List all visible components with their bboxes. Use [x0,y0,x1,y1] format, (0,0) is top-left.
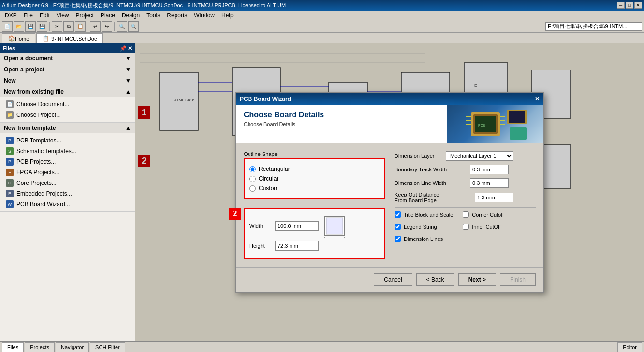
tab-home-label: Home [15,36,29,42]
minimize-button[interactable]: ─ [617,2,625,9]
finish-button[interactable]: Finish [500,273,536,286]
dialog-header-image: PCB [447,105,543,143]
toolbar-redo[interactable]: ↪ [102,21,112,32]
dimension-lines-input[interactable] [395,236,401,242]
next-button[interactable]: Next > [458,273,496,286]
radio-rectangular-input[interactable] [249,166,256,172]
menu-view[interactable]: View [54,11,72,20]
sidebar-pcb-board-wizard[interactable]: W PCB Board Wizard... [4,199,131,210]
dim-layer-select[interactable]: Mechanical Layer 1 Mechanical Layer 2 [446,151,513,161]
radio-circular-input[interactable] [249,176,256,182]
sidebar-choose-project-label: Choose Project... [16,112,61,118]
menu-design[interactable]: Design [119,11,143,20]
toolbar-cut[interactable]: ✂ [52,21,62,32]
sidebar-choose-project[interactable]: 📁 Choose Project... [4,110,131,120]
sidebar-embedded-projects-label: Embedded Projects... [16,190,72,197]
menu-place[interactable]: Place [98,11,118,20]
keepout-row: Keep Out DistanceFrom Board Edge [395,192,536,203]
tab-schematic[interactable]: 📋 9-INTMCU.SchDoc [36,33,103,43]
sidebar-open-doc-header[interactable]: Open a document ▼ [0,53,135,64]
sidebar-pcb-templates[interactable]: P PCB Templates... [4,135,131,146]
toolbar-open[interactable]: 📂 [14,21,24,32]
keepout-input[interactable] [475,193,513,202]
sidebar-pcb-projects-label: PCB Projects... [16,158,56,165]
menu-window[interactable]: Window [191,11,218,20]
cancel-button[interactable]: Cancel [374,273,412,286]
toolbar-new[interactable]: 📄 [2,21,13,32]
radio-custom-input[interactable] [249,185,256,192]
menu-dxp[interactable]: DXP [2,11,20,20]
sidebar-new-template-label: New from template [4,125,56,131]
toolbar-sep1 [49,22,50,31]
checkbox-col-left: Title Block and Scale Legend String Dime… [395,211,453,245]
radio-circular[interactable]: Circular [249,174,379,183]
toolbar-save[interactable]: 💾 [25,21,36,32]
doc-icon: 📄 [6,100,14,108]
sidebar-close[interactable]: ✕ [128,45,132,52]
toolbar-zoom-out[interactable]: 🔍 [128,21,139,32]
sidebar-title: Files [3,45,15,51]
sidebar-new-header[interactable]: New ▼ [0,75,135,86]
height-label: Height [249,243,271,249]
bottom-tab-navigator[interactable]: Navigator [56,342,89,352]
sidebar-core-projects[interactable]: C Core Projects... [4,178,131,188]
dialog-right-panel: Dimension Layer Mechanical Layer 1 Mecha… [395,151,536,259]
width-label: Width [249,223,271,229]
dim-line-input[interactable] [470,178,509,188]
sidebar-open-proj-header[interactable]: Open a project ▼ [0,64,135,75]
width-input[interactable] [275,221,319,231]
dialog-content: Outline Shape: Rectangular Circular [236,143,543,267]
radio-rectangular[interactable]: Rectangular [249,164,379,174]
menu-reports[interactable]: Reports [164,11,190,20]
back-button[interactable]: < Back [416,273,454,286]
title-block-input[interactable] [395,211,401,218]
corner-cutoff-checkbox[interactable]: Corner Cutoff [463,211,504,218]
menu-file[interactable]: File [21,11,36,20]
radio-custom[interactable]: Custom [249,183,379,193]
dialog-header-text: Choose Board Details Choose Board Detail… [236,105,447,143]
tab-home[interactable]: 🏠 Home [2,33,35,43]
pcb-wizard-dialog: PCB Board Wizard ✕ Choose Board Details … [235,92,544,293]
toolbar-paste[interactable]: 📋 [75,21,86,32]
close-button[interactable]: ✕ [634,2,642,9]
sidebar-embedded-projects[interactable]: E Embedded Projects... [4,188,131,199]
bottom-tab-files-label: Files [7,344,18,350]
dialog-close-icon[interactable]: ✕ [535,96,540,102]
boundary-track-input[interactable] [470,165,509,174]
bottom-tab-files[interactable]: Files [2,342,24,352]
corner-cutoff-input[interactable] [463,211,469,218]
tab-schematic-label: 9-INTMCU.SchDoc [51,36,97,42]
svg-rect-28 [510,127,527,140]
legend-string-input[interactable] [395,224,401,230]
menu-project[interactable]: Project [73,11,97,20]
maximize-button[interactable]: □ [626,2,633,9]
corner-cutoff-label: Corner Cutoff [472,212,504,218]
legend-string-checkbox[interactable]: Legend String [395,224,453,230]
bottom-tab-editor[interactable]: Editor [617,342,642,352]
bottom-tab-projects[interactable]: Projects [25,342,55,352]
inner-cutoff-input[interactable] [463,224,469,230]
pcb-projects-icon: P [6,158,14,166]
toolbar-undo[interactable]: ↩ [90,21,101,32]
toolbar-save-all[interactable]: 💾 [37,21,47,32]
sidebar-new-template-header[interactable]: New from template ▲ [0,123,135,133]
sidebar-pcb-projects[interactable]: P PCB Projects... [4,156,131,167]
toolbar-copy[interactable]: ⧉ [63,21,74,32]
sidebar-new-existing-header[interactable]: New from existing file ▲ [0,86,135,97]
sidebar-pin[interactable]: 📌 [120,45,127,52]
menu-tools[interactable]: Tools [144,11,163,20]
inner-cutoff-checkbox[interactable]: Inner CutOff [463,224,504,230]
sidebar-fpga-projects[interactable]: F FPGA Projects... [4,167,131,178]
toolbar-zoom-in[interactable]: 🔍 [117,21,127,32]
dialog-subtitle: Choose Board Details [244,121,439,127]
height-input[interactable] [275,241,319,251]
title-block-checkbox[interactable]: Title Block and Scale [395,211,453,218]
dimension-lines-checkbox[interactable]: Dimension Lines [395,236,453,242]
tab-schematic-icon: 📋 [43,35,49,42]
menu-edit[interactable]: Edit [37,11,53,20]
menu-help[interactable]: Help [219,11,236,20]
bottom-tab-sch-filter[interactable]: SCH Filter [90,342,125,352]
separator1 [244,204,385,204]
sidebar-sch-templates[interactable]: S Schematic Templates... [4,146,131,156]
sidebar-choose-document[interactable]: 📄 Choose Document... [4,99,131,110]
